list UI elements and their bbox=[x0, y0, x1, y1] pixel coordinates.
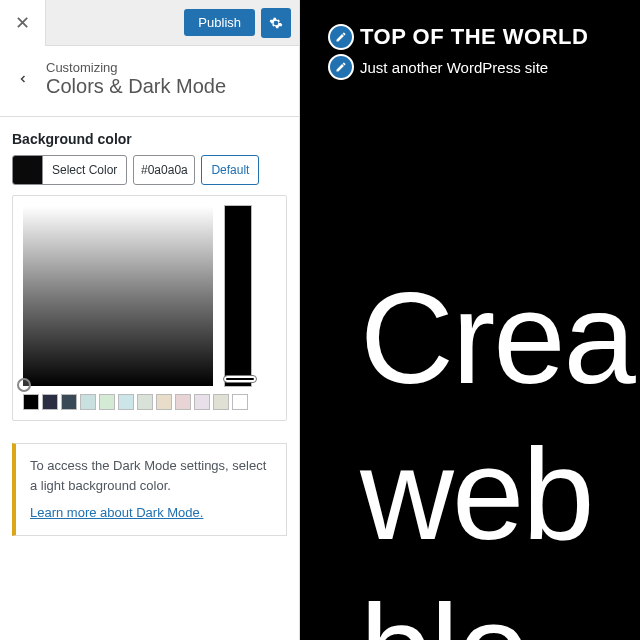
edit-tagline-button[interactable] bbox=[328, 54, 354, 80]
publish-settings-button[interactable] bbox=[261, 8, 291, 38]
hero-text: Crea web blo bbox=[360, 260, 634, 640]
dark-mode-learn-more-link[interactable]: Learn more about Dark Mode. bbox=[30, 503, 203, 523]
palette-swatch[interactable] bbox=[232, 394, 248, 410]
palette-swatch[interactable] bbox=[99, 394, 115, 410]
palette-swatch[interactable] bbox=[194, 394, 210, 410]
saturation-cursor[interactable] bbox=[17, 378, 31, 392]
close-button[interactable]: ✕ bbox=[0, 0, 46, 46]
select-color-button[interactable]: Select Color bbox=[12, 155, 127, 185]
color-palette bbox=[23, 394, 276, 410]
hue-indicator[interactable] bbox=[224, 376, 256, 382]
breadcrumb-context: Customizing bbox=[46, 60, 226, 75]
palette-swatch[interactable] bbox=[156, 394, 172, 410]
breadcrumb: Customizing Colors & Dark Mode bbox=[0, 46, 299, 117]
dark-mode-notice: To access the Dark Mode settings, select… bbox=[12, 443, 287, 536]
publish-button[interactable]: Publish bbox=[184, 9, 255, 36]
default-button[interactable]: Default bbox=[201, 155, 259, 185]
preview-pane: TOP OF THE WORLD Just another WordPress … bbox=[300, 0, 640, 640]
palette-swatch[interactable] bbox=[213, 394, 229, 410]
pencil-icon bbox=[335, 31, 347, 43]
color-picker bbox=[12, 195, 287, 421]
palette-swatch[interactable] bbox=[175, 394, 191, 410]
hue-slider[interactable] bbox=[225, 206, 251, 386]
palette-swatch[interactable] bbox=[137, 394, 153, 410]
palette-swatch[interactable] bbox=[23, 394, 39, 410]
page-title: Colors & Dark Mode bbox=[46, 75, 226, 98]
bg-color-label: Background color bbox=[12, 131, 287, 147]
chevron-left-icon bbox=[17, 73, 29, 85]
pencil-icon bbox=[335, 61, 347, 73]
palette-swatch[interactable] bbox=[61, 394, 77, 410]
back-button[interactable] bbox=[0, 56, 46, 102]
palette-swatch[interactable] bbox=[80, 394, 96, 410]
current-color-swatch bbox=[13, 156, 43, 184]
gear-icon bbox=[269, 16, 283, 30]
palette-swatch[interactable] bbox=[42, 394, 58, 410]
edit-title-button[interactable] bbox=[328, 24, 354, 50]
hex-input[interactable] bbox=[133, 155, 195, 185]
saturation-area[interactable] bbox=[23, 206, 213, 386]
site-tagline: Just another WordPress site bbox=[360, 59, 548, 76]
site-title: TOP OF THE WORLD bbox=[360, 24, 588, 50]
palette-swatch[interactable] bbox=[118, 394, 134, 410]
